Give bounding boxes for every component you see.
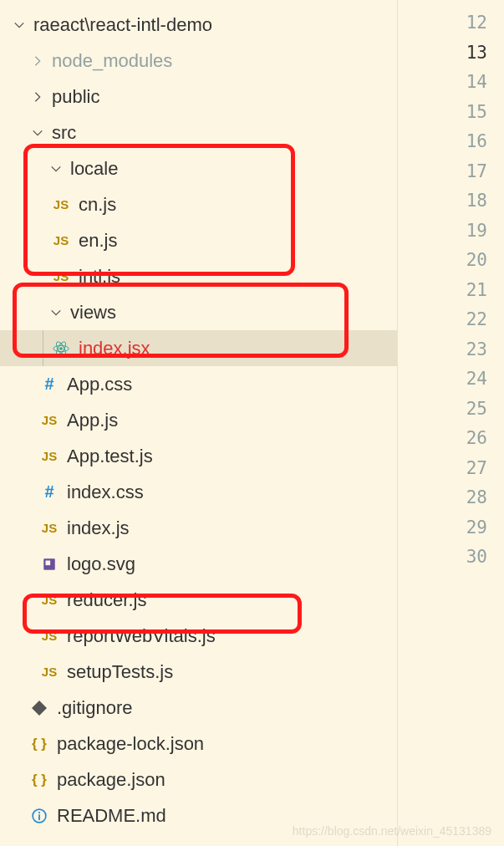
tree-item-file[interactable]: JS reportWebVitals.js — [0, 618, 397, 654]
line-number: 15 — [398, 98, 504, 128]
tree-item-public[interactable]: public — [0, 79, 397, 115]
file-label: README.md — [57, 805, 166, 827]
info-icon — [30, 807, 48, 825]
tree-item-locale[interactable]: locale — [0, 150, 397, 186]
folder-label: locale — [70, 158, 118, 180]
js-icon: JS — [40, 519, 59, 538]
tree-root[interactable]: raeact\react-intl-demo — [0, 7, 397, 43]
chevron-right-icon — [30, 54, 45, 69]
tree-item-file[interactable]: JS setupTests.js — [0, 654, 397, 690]
file-label: intl.js — [79, 266, 120, 288]
line-number: 22 — [398, 305, 504, 335]
line-number: 13 — [398, 38, 504, 69]
file-label: App.js — [67, 410, 118, 431]
js-icon: JS — [40, 663, 59, 681]
json-icon: { } — [30, 735, 48, 753]
folder-label: views — [70, 302, 116, 324]
file-label: package-lock.json — [57, 733, 204, 755]
tree-item-file[interactable]: # App.css — [0, 366, 397, 402]
file-label: en.js — [79, 230, 117, 252]
line-number: 17 — [398, 157, 504, 187]
line-number: 19 — [398, 217, 504, 247]
line-number: 16 — [398, 127, 504, 157]
file-label: App.test.js — [67, 446, 153, 467]
svg-icon — [40, 555, 59, 573]
js-icon: JS — [52, 232, 70, 250]
line-number: 29 — [398, 513, 504, 543]
line-number: 23 — [398, 335, 504, 365]
line-number: 30 — [398, 543, 504, 573]
file-label: package.json — [57, 769, 165, 791]
line-number: 24 — [398, 364, 504, 395]
json-icon: { } — [30, 771, 48, 789]
js-icon: JS — [40, 411, 59, 430]
line-number: 14 — [398, 68, 504, 98]
editor-gutter: 12131415161718192021222324252627282930 — [397, 0, 504, 846]
tree-item-file[interactable]: { } package.json — [0, 762, 397, 798]
chevron-down-icon — [48, 161, 64, 176]
folder-label: raeact\react-intl-demo — [33, 14, 212, 36]
file-label: setupTests.js — [67, 661, 173, 683]
folder-label: node_modules — [52, 50, 172, 72]
tree-item-file-selected[interactable]: index.jsx — [0, 330, 397, 366]
tree-item-file[interactable]: JS reducer.js — [0, 582, 397, 618]
line-number: 28 — [398, 483, 504, 513]
js-icon: JS — [40, 447, 59, 466]
file-label: logo.svg — [67, 553, 135, 575]
file-explorer: raeact\react-intl-demo node_modules publ… — [0, 0, 397, 846]
line-number: 25 — [398, 395, 504, 425]
css-icon: # — [40, 483, 59, 502]
tree-item-file[interactable]: { } package-lock.json — [0, 726, 397, 762]
js-icon: JS — [52, 268, 70, 286]
watermark: https://blog.csdn.net/weixin_45131389 — [293, 824, 491, 838]
tree-item-file[interactable]: # index.css — [0, 474, 397, 510]
tree-item-file[interactable]: .gitignore — [0, 690, 397, 726]
file-label: App.css — [67, 374, 132, 395]
tree-item-node-modules[interactable]: node_modules — [0, 43, 397, 79]
js-icon: JS — [52, 196, 70, 214]
tree-item-src[interactable]: src — [0, 115, 397, 150]
svg-rect-5 — [46, 560, 51, 565]
tree-item-file[interactable]: JS index.js — [0, 510, 397, 546]
line-number: 12 — [398, 8, 504, 38]
css-icon: # — [40, 375, 59, 394]
line-number: 27 — [398, 454, 504, 484]
file-label: cn.js — [79, 194, 116, 216]
chevron-down-icon — [30, 125, 45, 140]
file-label: index.jsx — [79, 338, 150, 359]
svg-point-7 — [38, 811, 40, 813]
indent-guide — [43, 330, 43, 366]
file-label: index.js — [67, 517, 130, 539]
chevron-down-icon — [12, 18, 27, 33]
chevron-down-icon — [48, 305, 64, 320]
folder-label: src — [52, 122, 76, 144]
tree-item-file[interactable]: JS cn.js — [0, 186, 397, 222]
file-label: reducer.js — [67, 589, 146, 611]
chevron-right-icon — [30, 89, 45, 104]
svg-rect-8 — [38, 814, 40, 820]
tree-item-views[interactable]: views — [0, 294, 397, 330]
tree-item-file[interactable]: JS intl.js — [0, 258, 397, 294]
line-number: 20 — [398, 246, 504, 276]
line-number: 26 — [398, 424, 504, 454]
file-label: reportWebVitals.js — [67, 625, 216, 647]
folder-label: public — [52, 86, 99, 108]
file-label: index.css — [67, 482, 144, 503]
file-label: .gitignore — [57, 697, 133, 719]
tree-item-file[interactable]: logo.svg — [0, 546, 397, 582]
react-icon — [52, 339, 70, 358]
line-number: 18 — [398, 186, 504, 217]
svg-point-0 — [59, 347, 63, 350]
js-icon: JS — [40, 627, 59, 645]
tree-item-file[interactable]: JS App.js — [0, 402, 397, 438]
tree-item-file[interactable]: JS App.test.js — [0, 438, 397, 474]
line-number: 21 — [398, 276, 504, 306]
tree-item-file[interactable]: JS en.js — [0, 222, 397, 258]
js-icon: JS — [40, 591, 59, 609]
git-icon — [30, 699, 48, 717]
